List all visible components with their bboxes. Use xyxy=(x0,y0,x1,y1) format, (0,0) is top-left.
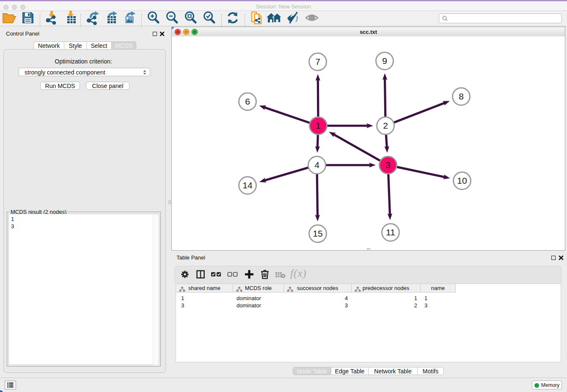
svg-text:3: 3 xyxy=(385,160,391,170)
svg-text:4: 4 xyxy=(314,160,319,170)
svg-text:9: 9 xyxy=(382,56,387,66)
svg-text:11: 11 xyxy=(386,227,395,237)
svg-text:6: 6 xyxy=(245,97,250,106)
svg-text:7: 7 xyxy=(315,57,320,66)
svg-text:8: 8 xyxy=(459,91,464,101)
svg-text:15: 15 xyxy=(313,229,322,238)
svg-text:2: 2 xyxy=(383,121,388,130)
svg-text:1: 1 xyxy=(316,121,321,130)
svg-text:14: 14 xyxy=(242,180,253,190)
svg-text:10: 10 xyxy=(457,176,467,185)
